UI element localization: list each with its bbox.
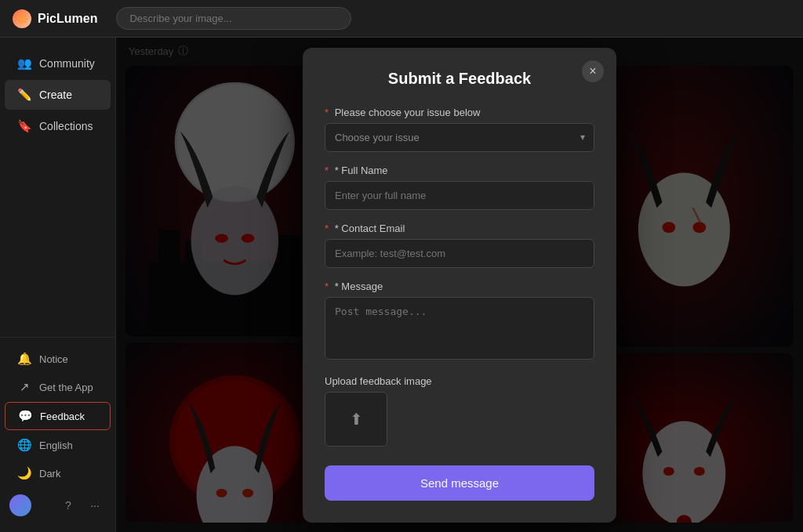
sidebar-item-create[interactable]: ✏️ Create <box>5 80 111 110</box>
sidebar-item-collections[interactable]: 🔖 Collections <box>5 111 111 141</box>
sidebar-label-notice: Notice <box>39 353 68 365</box>
sidebar-item-notice[interactable]: 🔔 Notice <box>5 346 111 372</box>
sidebar-item-community[interactable]: 👥 Community <box>5 49 111 78</box>
upload-form-group: Upload feedback image ⬆ <box>325 375 594 447</box>
contact-email-form-group: * * Contact Email <box>325 223 594 268</box>
search-input[interactable] <box>116 7 351 30</box>
notice-icon: 🔔 <box>17 352 31 366</box>
sidebar-top: 👥 Community ✏️ Create 🔖 Collections <box>0 47 115 331</box>
sidebar-label-feedback: Feedback <box>40 411 85 422</box>
issue-label-text: Please choose your issue below <box>335 107 481 118</box>
issue-select[interactable]: Choose your issue Bug Report Feature Req… <box>325 123 594 152</box>
sidebar-bottom: 🔔 Notice ↗ Get the App 💬 Feedback 🌐 Engl… <box>0 337 115 523</box>
full-name-input[interactable] <box>325 181 594 210</box>
image-grid-wrapper: Yesterday ⓘ <box>116 38 803 532</box>
modal-title: Submit a Feedback <box>325 70 594 88</box>
message-textarea[interactable] <box>325 297 594 360</box>
full-name-form-group: * * Full Name <box>325 165 594 210</box>
contact-email-input[interactable] <box>325 239 594 268</box>
theme-icon: 🌙 <box>17 466 31 480</box>
get-app-icon: ↗ <box>17 380 31 394</box>
sidebar-footer-icons: ? ··· <box>57 494 106 516</box>
upload-label: Upload feedback image <box>325 375 594 387</box>
app-header: 🔆 PicLumen <box>0 0 803 38</box>
issue-select-wrapper: Choose your issue Bug Report Feature Req… <box>325 123 594 152</box>
contact-email-label: * * Contact Email <box>325 223 594 234</box>
sidebar-label-language: English <box>39 440 73 451</box>
logo-icon: 🔆 <box>13 9 31 28</box>
create-icon: ✏️ <box>17 88 31 102</box>
user-avatar[interactable] <box>9 494 31 516</box>
app-name: PicLumen <box>38 12 97 26</box>
more-icon[interactable]: ··· <box>84 494 106 516</box>
sidebar-label-theme: Dark <box>39 468 60 480</box>
sidebar-label-collections: Collections <box>39 120 93 132</box>
contact-email-required-marker: * <box>325 223 329 234</box>
sidebar-user-area: ? ··· <box>0 488 115 523</box>
sidebar-label-community: Community <box>39 57 95 70</box>
sidebar-item-feedback[interactable]: 💬 Feedback <box>5 402 111 430</box>
sidebar-item-theme[interactable]: 🌙 Dark <box>5 460 111 487</box>
message-form-group: * * Message <box>325 280 594 363</box>
help-icon[interactable]: ? <box>57 494 79 516</box>
issue-form-group: * Please choose your issue below Choose … <box>325 107 594 152</box>
upload-button[interactable]: ⬆ <box>325 392 387 447</box>
sidebar-item-language[interactable]: 🌐 English <box>5 432 111 458</box>
contact-email-label-text: * Contact Email <box>335 223 405 234</box>
community-icon: 👥 <box>17 56 31 71</box>
collections-icon: 🔖 <box>17 119 31 133</box>
feedback-modal: Submit a Feedback × * Please choose your… <box>303 48 616 523</box>
sidebar-label-get-app: Get the App <box>39 382 93 393</box>
feedback-icon: 💬 <box>18 409 32 423</box>
language-icon: 🌐 <box>17 438 31 452</box>
content-area: Yesterday ⓘ <box>116 38 803 532</box>
main-layout: 👥 Community ✏️ Create 🔖 Collections 🔔 No… <box>0 38 803 532</box>
message-label: * * Message <box>325 280 594 292</box>
sidebar-label-create: Create <box>39 89 72 101</box>
issue-required-marker: * <box>325 107 329 118</box>
message-required-marker: * <box>325 280 329 292</box>
modal-close-button[interactable]: × <box>582 60 604 82</box>
send-message-button[interactable]: Send message <box>325 465 594 501</box>
modal-overlay: Submit a Feedback × * Please choose your… <box>116 38 803 532</box>
sidebar-item-get-app[interactable]: ↗ Get the App <box>5 374 111 400</box>
app-logo[interactable]: 🔆 PicLumen <box>13 9 97 28</box>
upload-icon: ⬆ <box>350 410 363 429</box>
sidebar: 👥 Community ✏️ Create 🔖 Collections 🔔 No… <box>0 38 116 532</box>
full-name-label: * * Full Name <box>325 165 594 176</box>
message-label-text: * Message <box>335 280 383 292</box>
full-name-required-marker: * <box>325 165 329 176</box>
full-name-label-text: * Full Name <box>335 165 388 176</box>
issue-label: * Please choose your issue below <box>325 107 594 118</box>
